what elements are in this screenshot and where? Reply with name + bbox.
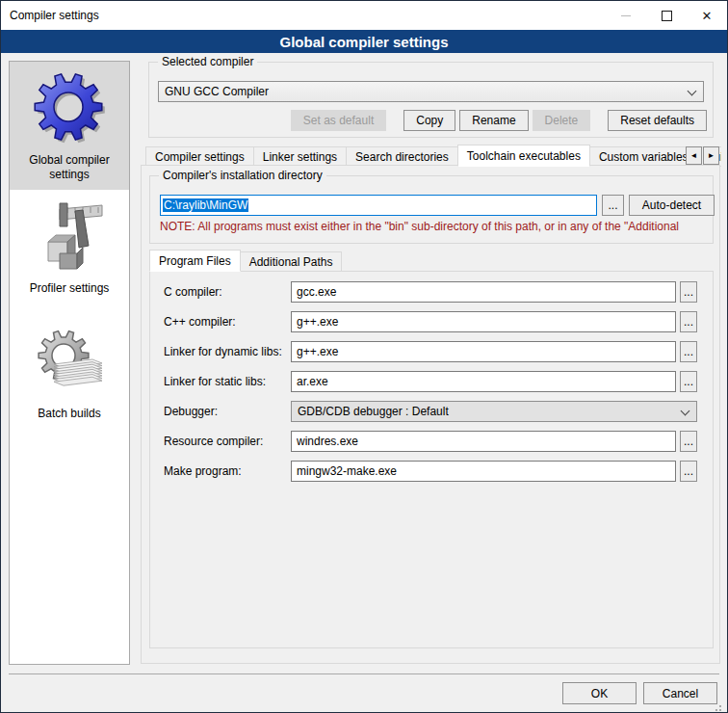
close-button[interactable]: ✕ (687, 1, 727, 30)
tab-scroll-left-button[interactable]: ◄ (686, 146, 702, 165)
blue-gear-icon (13, 69, 126, 149)
cpp-compiler-browse-button[interactable]: ... (680, 311, 697, 332)
dialog-header: Global compiler settings (1, 30, 727, 53)
installation-directory-input[interactable]: C:\raylib\MinGW (160, 195, 597, 216)
caliper-icon (13, 198, 126, 277)
ok-button[interactable]: OK (562, 682, 637, 704)
program-files-tabs: Program FilesAdditional Paths (149, 250, 342, 272)
title-bar[interactable]: Compiler settings ✕ (1, 1, 727, 30)
compiler-select-value: GNU GCC Compiler (165, 85, 269, 98)
minimize-button[interactable] (606, 1, 646, 30)
sidebar-item-label: Global compiler settings (13, 153, 126, 182)
installation-directory-browse-button[interactable]: ... (602, 195, 624, 216)
dialog-body: Global compiler settingsProfiler setting… (1, 53, 727, 713)
tab-toolchain-executables[interactable]: Toolchain executables (457, 145, 590, 167)
compiler-select[interactable]: GNU GCC Compiler (158, 81, 704, 102)
form-row-make-program: Make program:... (150, 461, 713, 482)
resize-grip[interactable] (719, 705, 721, 707)
toolchain-executables-panel: Compiler's installation directory C:\ray… (141, 165, 720, 664)
form-row-linker-dynamic: Linker for dynamic libs:... (150, 341, 713, 362)
linker-static-browse-button[interactable]: ... (680, 371, 697, 392)
form-row-debugger: Debugger:GDB/CDB debugger : Default (150, 401, 713, 422)
auto-detect-label: Auto-detect (642, 198, 701, 212)
arrow-left-icon: ◄ (690, 151, 698, 160)
cancel-label: Cancel (663, 687, 698, 700)
dialog-header-title: Global compiler settings (279, 34, 448, 50)
linker-dynamic-browse-button[interactable]: ... (680, 341, 697, 362)
chevron-down-icon (681, 407, 690, 416)
copy-button[interactable]: Copy (403, 110, 455, 131)
sidebar-item-label: Profiler settings (13, 281, 126, 296)
reset-defaults-button[interactable]: Reset defaults (608, 110, 707, 131)
maximize-button[interactable] (646, 1, 687, 30)
resource-compiler-browse-button[interactable]: ... (680, 431, 697, 452)
selected-compiler-legend: Selected compiler (158, 55, 257, 68)
installation-note: NOTE: All programs must exist either in … (160, 220, 712, 233)
settings-tabs: Compiler settingsLinker settingsSearch d… (145, 145, 721, 167)
ellipsis-icon: ... (608, 198, 617, 212)
cancel-button[interactable]: Cancel (643, 682, 717, 704)
form-row-resource-compiler: Resource compiler:... (150, 431, 713, 452)
debugger-select[interactable]: GDB/CDB debugger : Default (291, 401, 697, 422)
tab-scroll-right-button[interactable]: ► (703, 146, 719, 165)
tab-linker-settings[interactable]: Linker settings (253, 146, 347, 167)
tab-compiler-settings[interactable]: Compiler settings (145, 146, 254, 167)
footer-separator (9, 673, 719, 674)
auto-detect-button[interactable]: Auto-detect (629, 195, 715, 216)
sidebar-item-label: Batch builds (13, 407, 126, 421)
c-compiler-label: C compiler: (164, 281, 222, 303)
gray-gear-stack-icon (13, 327, 126, 403)
form-row-cpp-compiler: C++ compiler:... (150, 311, 713, 332)
tab-scroll-arrows: ◄ ► (685, 146, 719, 165)
linker-static-input[interactable] (291, 371, 676, 392)
subtab-program-files[interactable]: Program Files (149, 250, 241, 272)
linker-dynamic-label: Linker for dynamic libs: (164, 341, 282, 362)
caption-buttons: ✕ (606, 1, 727, 30)
selected-compiler-group: Selected compiler GNU GCC Compiler Set a… (148, 62, 714, 138)
minimize-icon (621, 15, 631, 16)
form-row-linker-static: Linker for static libs:... (150, 371, 713, 392)
installation-directory-selected-text: C:\raylib\MinGW (163, 198, 248, 212)
tab-custom-variables[interactable]: Custom variables (589, 146, 698, 167)
sidebar-item-batch-builds[interactable]: Batch builds (10, 319, 129, 429)
make-program-browse-button[interactable]: ... (680, 461, 697, 482)
main-column: Selected compiler GNU GCC Compiler Set a… (141, 62, 721, 665)
c-compiler-input[interactable] (291, 281, 676, 303)
window-title: Compiler settings (1, 9, 99, 22)
close-icon: ✕ (702, 10, 713, 22)
tab-search-directories[interactable]: Search directories (346, 146, 458, 167)
sidebar-item-global-compiler-settings[interactable]: Global compiler settings (10, 62, 129, 190)
linker-dynamic-input[interactable] (291, 341, 676, 362)
program-files-panel: C compiler:...C++ compiler:...Linker for… (149, 271, 714, 648)
compiler-actions: Set as defaultCopyRenameDeleteReset defa… (158, 110, 707, 131)
compiler-settings-dialog: Compiler settings ✕ Global compiler sett… (0, 0, 728, 713)
arrow-right-icon: ► (708, 151, 715, 160)
sidebar-item-profiler-settings[interactable]: Profiler settings (10, 190, 129, 304)
c-compiler-browse-button[interactable]: ... (680, 281, 697, 303)
delete-button: Delete (533, 110, 591, 131)
cpp-compiler-input[interactable] (291, 311, 676, 332)
settings-category-list: Global compiler settingsProfiler setting… (9, 61, 130, 665)
debugger-label: Debugger: (164, 401, 218, 422)
resource-compiler-label: Resource compiler: (164, 431, 263, 452)
debugger-select-value: GDB/CDB debugger : Default (298, 405, 449, 418)
installation-directory-group: Compiler's installation directory C:\ray… (149, 175, 714, 244)
make-program-input[interactable] (291, 461, 676, 482)
linker-static-label: Linker for static libs: (164, 371, 266, 392)
form-row-c-compiler: C compiler:... (150, 281, 713, 303)
set-as-default-button: Set as default (291, 110, 386, 131)
make-program-label: Make program: (164, 461, 242, 482)
ok-label: OK (591, 687, 608, 700)
installation-directory-legend: Compiler's installation directory (159, 169, 326, 182)
maximize-icon (662, 11, 672, 21)
cpp-compiler-label: C++ compiler: (164, 311, 236, 332)
rename-button[interactable]: Rename (459, 110, 528, 131)
chevron-down-icon (688, 87, 697, 96)
resource-compiler-input[interactable] (291, 431, 676, 452)
subtab-additional-paths[interactable]: Additional Paths (240, 251, 343, 272)
